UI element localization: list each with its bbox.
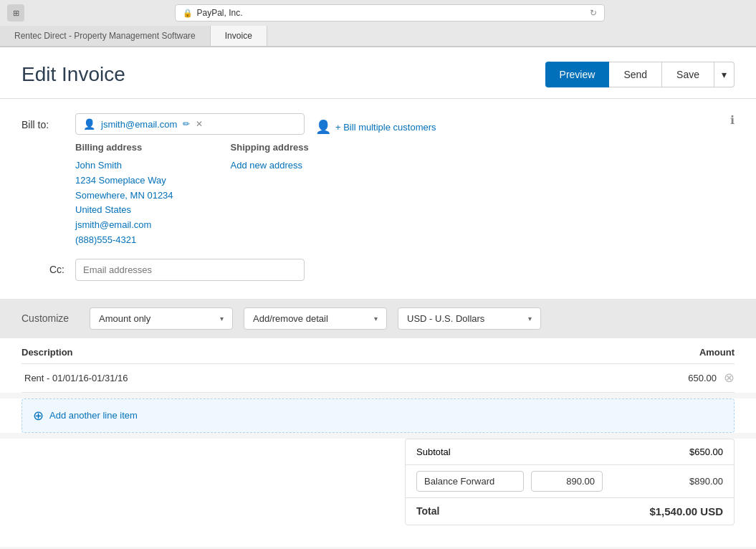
page-content: Edit Invoice Preview Send Save ▾ Bill to… [0,47,756,549]
shipping-address-label: Shipping address [231,142,309,153]
cc-label: Cc: [21,264,64,275]
url-bar[interactable]: 🔒 PayPal, Inc. ↻ [175,4,605,22]
line-item-amount: 650.00 [688,373,717,383]
subtotal-value: $650.00 [689,447,723,457]
add-line-item-button[interactable]: ⊕ Add another line item [21,398,735,433]
cc-input[interactable] [75,259,305,281]
chevron-down-icon-2: ▾ [374,315,378,323]
sidebar-toggle-button[interactable]: ⊞ [7,4,24,22]
cc-row: Cc: [21,259,735,281]
left-spacer [21,439,383,525]
refresh-icon[interactable]: ↻ [590,8,597,18]
customize-label: Customize [21,312,79,324]
send-button[interactable]: Send [609,62,662,87]
person-add-icon: 👤 [315,119,331,135]
tab-invoice[interactable]: Invoice [211,26,267,46]
customize-select-2[interactable]: Add/remove detail ▾ [244,307,387,330]
customize-bar: Customize Amount only ▾ Add/remove detai… [0,299,756,338]
customize-select-3-value: USD - U.S. Dollars [407,313,484,324]
add-line-label: Add another line item [49,410,138,421]
balance-forward-total: $890.00 [689,476,723,487]
browser-chrome: ⊞ 🔒 PayPal, Inc. ↻ Rentec Direct - Prope… [0,0,756,47]
url-text: PayPal, Inc. [197,8,243,18]
user-icon: 👤 [83,118,95,130]
total-row: Total $1,540.00 USD [405,497,735,525]
bill-to-input[interactable]: 👤 jsmith@email.com ✏ ✕ [75,113,305,135]
plus-circle-icon: ⊕ [33,408,44,424]
add-new-address-link[interactable]: Add new address [231,158,309,173]
customize-select-3[interactable]: USD - U.S. Dollars ▾ [398,307,541,330]
remove-line-item-button[interactable]: ⊗ [724,370,735,386]
chevron-down-icon-3: ▾ [528,315,532,323]
balance-forward-label-input[interactable]: Balance Forward [416,471,524,492]
billing-country[interactable]: United States [75,203,173,218]
save-dropdown-button[interactable]: ▾ [714,62,735,87]
customize-select-2-value: Add/remove detail [253,313,328,324]
billing-name[interactable]: John Smith [75,158,173,173]
table-row: Rent - 01/01/16-01/31/16 650.00 ⊗ [21,364,735,393]
balance-forward-row: Balance Forward 890.00 $890.00 [405,464,735,497]
bill-multiple-button[interactable]: 👤 + Bill multiple customers [315,113,436,135]
table-header: Description Amount [21,338,735,364]
bill-multiple-label: + Bill multiple customers [335,122,436,133]
billing-address-section: Billing address John Smith 1234 Someplac… [75,142,173,248]
billing-email[interactable]: jsmith@email.com [75,218,173,233]
balance-forward-amount-input[interactable]: 890.00 [531,471,603,492]
totals-layout: Subtotal $650.00 Balance Forward 890.00 … [21,439,735,533]
col-amount-header: Amount [699,347,735,358]
customize-select-1[interactable]: Amount only ▾ [90,307,233,330]
totals-area: Subtotal $650.00 Balance Forward 890.00 … [0,439,756,547]
subtotal-label: Subtotal [416,447,451,457]
chevron-down-icon-1: ▾ [220,315,224,323]
browser-tabs: Rentec Direct - Property Management Soft… [0,26,756,47]
form-area: Bill to: 👤 jsmith@email.com ✏ ✕ 👤 + Bill… [0,99,756,299]
shipping-address-section: Shipping address Add new address [231,142,309,248]
balance-forward-inputs: Balance Forward 890.00 [416,471,603,492]
edit-icon[interactable]: ✏ [183,119,190,129]
billing-address-label: Billing address [75,142,173,153]
total-value: $1,540.00 USD [649,505,723,517]
col-description-header: Description [21,347,73,358]
header-actions: Preview Send Save ▾ [545,62,735,87]
close-icon[interactable]: ✕ [196,119,203,129]
customize-select-1-value: Amount only [99,313,150,324]
bill-to-email: jsmith@email.com [101,119,177,130]
tab-rentec[interactable]: Rentec Direct - Property Management Soft… [0,26,211,46]
subtotal-row: Subtotal $650.00 [405,439,735,464]
info-icon[interactable]: ℹ [730,113,735,127]
totals-table: Subtotal $650.00 Balance Forward 890.00 … [405,439,735,525]
line-item-description-input[interactable]: Rent - 01/01/16-01/31/16 [21,370,688,386]
table-area: Description Amount Rent - 01/01/16-01/31… [0,338,756,393]
billing-address2[interactable]: Somewhere, MN 01234 [75,188,173,204]
lock-icon: 🔒 [183,9,193,18]
add-line-container: ⊕ Add another line item [0,398,756,433]
billing-phone[interactable]: (888)555-4321 [75,233,173,248]
page-title: Edit Invoice [21,63,125,86]
page-header: Edit Invoice Preview Send Save ▾ [0,47,756,99]
addresses: Billing address John Smith 1234 Someplac… [75,142,735,248]
save-button[interactable]: Save [662,62,714,87]
browser-toolbar: ⊞ 🔒 PayPal, Inc. ↻ [0,0,756,26]
bill-to-label: Bill to: [21,113,64,130]
billing-address1[interactable]: 1234 Someplace Way [75,173,173,188]
bill-to-row: Bill to: 👤 jsmith@email.com ✏ ✕ 👤 + Bill… [21,113,735,135]
preview-button[interactable]: Preview [545,62,610,87]
total-label: Total [416,505,439,517]
